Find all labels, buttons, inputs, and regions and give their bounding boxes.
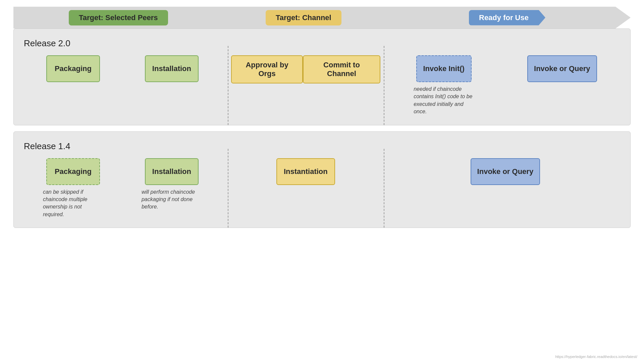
installation-note-14: will perform chaincode packaging if not … <box>142 188 202 211</box>
header-peers-label: Target: Selected Peers <box>69 10 168 25</box>
invoke-init-box-20: Invoke Init() <box>416 55 472 82</box>
release-20-content: Packaging Installation Approval by Orgs … <box>24 55 624 116</box>
col-peers-14: Packaging can be skipped if chaincode mu… <box>24 158 228 219</box>
commit-group-20: Commit to Channel <box>303 55 380 83</box>
invoke-query-box-14: Invoke or Query <box>471 158 540 185</box>
header-section-ready: Ready for Use <box>384 7 631 28</box>
installation-box-20: Installation <box>145 55 199 82</box>
packaging-box-14: Packaging <box>46 158 100 185</box>
packaging-note-14: can be skipped if chaincode multiple own… <box>43 188 103 219</box>
col-ready-20: Invoke Init() needed if chaincode contai… <box>384 55 624 116</box>
instantiation-group-14: Instantiation <box>276 158 335 185</box>
packaging-box-20: Packaging <box>46 55 100 82</box>
packaging-group-14: Packaging can be skipped if chaincode mu… <box>43 158 103 219</box>
approval-group-20: Approval by Orgs <box>231 55 303 83</box>
release-14-section: Release 1.4 Packaging can be skipped if … <box>13 131 631 228</box>
header-arrow-bar: Target: Selected Peers Target: Channel R… <box>13 7 631 28</box>
commit-box-20: Commit to Channel <box>303 55 380 83</box>
approval-box-20: Approval by Orgs <box>231 55 303 83</box>
packaging-group-20: Packaging <box>46 55 100 82</box>
col-ready-14: Invoke or Query <box>384 158 624 185</box>
divider-peers-channel-14 <box>228 149 228 228</box>
instantiation-box-14: Instantiation <box>276 158 335 185</box>
col-peers-20: Packaging Installation <box>24 55 228 82</box>
header-sections: Target: Selected Peers Target: Channel R… <box>13 7 631 28</box>
header-ready-label: Ready for Use <box>469 10 545 25</box>
divider-peers-channel <box>228 46 228 125</box>
header-channel-label: Target: Channel <box>266 10 341 25</box>
invoke-query-group-20: Invoke or Query <box>527 55 597 82</box>
divider-channel-ready <box>384 46 384 125</box>
invoke-init-group-20: Invoke Init() needed if chaincode contai… <box>414 55 474 116</box>
invoke-query-box-20: Invoke or Query <box>527 55 597 82</box>
release-14-label: Release 1.4 <box>24 141 624 152</box>
installation-box-14: Installation <box>145 158 199 185</box>
installation-group-20: Installation <box>145 55 199 82</box>
watermark: https://hyperledger-fabric.readthedocs.i… <box>555 355 637 359</box>
invoke-query-group-14: Invoke or Query <box>471 158 540 185</box>
installation-group-14: Installation will perform chaincode pack… <box>142 158 202 211</box>
col-channel-20: Approval by Orgs Commit to Channel <box>228 55 384 83</box>
release-20-label: Release 2.0 <box>24 38 624 49</box>
header-section-channel: Target: Channel <box>223 7 384 28</box>
col-channel-14: Instantiation <box>228 158 384 185</box>
release-14-content: Packaging can be skipped if chaincode mu… <box>24 158 624 219</box>
release-20-section: Release 2.0 Packaging Installation Appro… <box>13 28 631 125</box>
divider-channel-ready-14 <box>384 149 384 228</box>
invoke-init-note-20: needed if chaincode contains Init() code… <box>414 85 474 116</box>
header-section-peers: Target: Selected Peers <box>13 7 223 28</box>
